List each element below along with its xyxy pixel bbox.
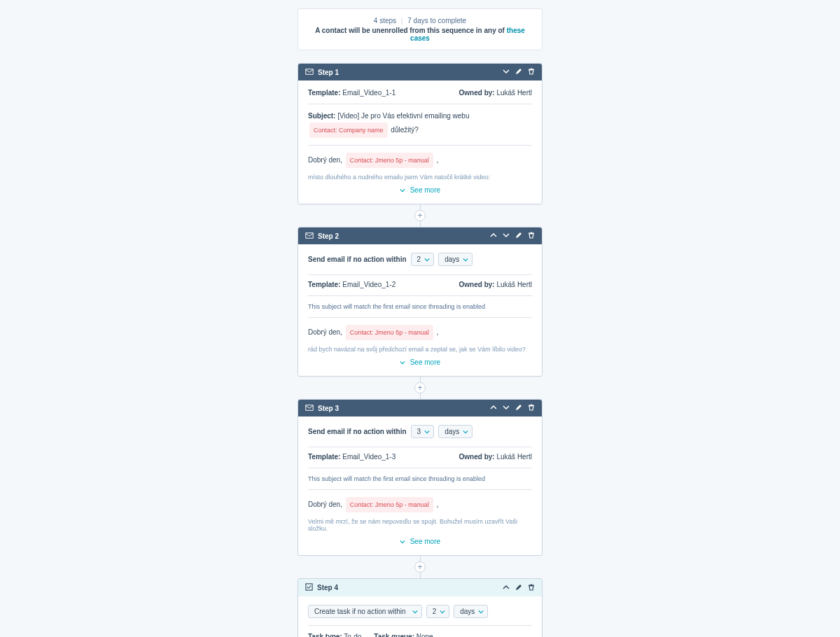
- move-up-icon[interactable]: [490, 232, 497, 240]
- delay-value: 3: [417, 428, 421, 435]
- token-jmeno: Contact: Jmeno 5p - manual: [346, 497, 433, 512]
- unenroll-text: A contact will be unenrolled from this s…: [315, 27, 507, 34]
- greeting-line: Dobrý den, Contact: Jmeno 5p - manual ,: [308, 153, 532, 168]
- subject-pre: [Video] Je pro Vás efektivní emailing we…: [337, 112, 469, 120]
- owner-label: Owned by:: [459, 453, 495, 461]
- edit-icon[interactable]: [515, 232, 522, 240]
- greeting-post: ,: [437, 156, 439, 164]
- body-preview: místo dlouhého a nudného emailu jsem Vám…: [308, 174, 532, 181]
- subject-post: důležitý?: [391, 126, 418, 134]
- template-field: Template: Email_Video_1-2: [308, 281, 396, 288]
- delay-label: Send email if no action within: [308, 428, 407, 435]
- move-down-icon[interactable]: [503, 232, 510, 240]
- email-icon: [305, 69, 314, 76]
- template-label: Template:: [308, 281, 341, 288]
- token-jmeno: Contact: Jmeno 5p - manual: [346, 153, 433, 168]
- token-jmeno: Contact: Jmeno 5p - manual: [346, 325, 433, 340]
- template-label: Template:: [308, 89, 341, 97]
- delete-icon[interactable]: [528, 68, 535, 76]
- collapse-icon[interactable]: [503, 68, 510, 76]
- connector: +: [298, 377, 542, 399]
- sequence-summary: 4 steps | 7 days to complete A contact w…: [298, 8, 542, 50]
- step-title: Step 2: [318, 232, 490, 240]
- delete-icon[interactable]: [528, 584, 535, 592]
- greeting-post: ,: [437, 500, 439, 508]
- delay-label: Send email if no action within: [308, 255, 407, 263]
- step-card-3: Step 3 Send email if no action within 3 …: [298, 399, 542, 556]
- delay-unit-select[interactable]: days: [454, 605, 488, 618]
- connector: +: [298, 204, 542, 227]
- step-title: Step 3: [318, 405, 490, 412]
- greeting-line: Dobrý den, Contact: Jmeno 5p - manual ,: [308, 497, 532, 512]
- body-preview: rád bych navázal na svůj předchozí email…: [308, 346, 532, 353]
- delay-value-select[interactable]: 3: [411, 425, 435, 438]
- task-type-value: To-do: [344, 633, 361, 637]
- delay-value: 2: [417, 255, 421, 263]
- task-queue-value: None: [416, 633, 433, 637]
- delete-icon[interactable]: [528, 232, 535, 240]
- threading-hint: This subject will match the first email …: [308, 296, 532, 318]
- connector: +: [298, 556, 542, 578]
- email-icon: [305, 405, 314, 412]
- delay-unit: days: [444, 255, 459, 263]
- see-more-button[interactable]: See more: [308, 181, 532, 195]
- see-more-label: See more: [410, 186, 440, 194]
- threading-hint: This subject will match the first email …: [308, 468, 532, 490]
- owner-label: Owned by:: [459, 89, 495, 97]
- step-header[interactable]: Step 3: [298, 400, 542, 416]
- body-preview: Velmi mě mrzí, že se nám nepovedlo se sp…: [308, 518, 532, 532]
- see-more-button[interactable]: See more: [308, 532, 532, 547]
- subject-field: Subject: [Video] Je pro Vás efektivní em…: [308, 110, 532, 138]
- step-header[interactable]: Step 1: [298, 64, 542, 80]
- divider: |: [401, 17, 403, 24]
- chevron-down-icon: [424, 429, 430, 435]
- subject-label: Subject:: [308, 112, 335, 120]
- edit-icon[interactable]: [515, 404, 522, 412]
- chevron-down-icon: [424, 257, 430, 262]
- owner-label: Owned by:: [459, 281, 495, 288]
- owner-value: Lukáš Hertl: [496, 89, 532, 97]
- step-header[interactable]: Step 2: [298, 227, 542, 244]
- delay-value-select[interactable]: 2: [411, 253, 435, 266]
- chevron-down-icon: [412, 609, 418, 615]
- see-more-button[interactable]: See more: [308, 353, 532, 368]
- edit-icon[interactable]: [515, 584, 522, 592]
- chevron-down-icon: [478, 609, 484, 615]
- task-type-field: Task type: To-do: [308, 633, 361, 637]
- chevron-down-icon: [463, 257, 468, 262]
- days-to-complete: 7 days to complete: [407, 17, 466, 24]
- move-up-icon[interactable]: [503, 584, 510, 592]
- add-step-button[interactable]: +: [414, 382, 426, 393]
- step-header[interactable]: Step 4: [298, 579, 542, 596]
- owner-field: Owned by: Lukáš Hertl: [459, 281, 532, 288]
- see-more-label: See more: [410, 358, 440, 366]
- greeting: Dobrý den,: [308, 328, 344, 336]
- template-value: Email_Video_1-3: [342, 453, 396, 461]
- delay-value-select[interactable]: 2: [426, 605, 450, 618]
- greeting: Dobrý den,: [308, 500, 344, 508]
- svg-rect-0: [306, 584, 312, 590]
- step-card-2: Step 2 Send email if no action within 2 …: [298, 227, 542, 377]
- delay-unit-select[interactable]: days: [438, 425, 472, 438]
- step-title: Step 4: [317, 584, 503, 592]
- owner-value: Lukáš Hertl: [496, 453, 532, 461]
- greeting-post: ,: [437, 328, 439, 336]
- task-queue-label: Task queue:: [374, 633, 414, 637]
- task-trigger-select[interactable]: Create task if no action within: [308, 605, 422, 618]
- delay-value: 2: [433, 608, 437, 615]
- move-down-icon[interactable]: [503, 404, 510, 412]
- template-field: Template: Email_Video_1-3: [308, 453, 396, 461]
- owner-field: Owned by: Lukáš Hertl: [459, 89, 532, 97]
- add-step-button[interactable]: +: [414, 210, 426, 221]
- add-step-button[interactable]: +: [414, 561, 426, 573]
- email-icon: [305, 232, 314, 240]
- greeting: Dobrý den,: [308, 156, 344, 164]
- delay-unit-select[interactable]: days: [438, 253, 472, 266]
- task-queue-field: Task queue: None: [374, 633, 433, 637]
- owner-field: Owned by: Lukáš Hertl: [459, 453, 532, 461]
- step-card-1: Step 1 Template: Email_Video_1-1 Owned b…: [298, 63, 542, 204]
- move-up-icon[interactable]: [490, 404, 497, 412]
- delete-icon[interactable]: [528, 404, 535, 412]
- edit-icon[interactable]: [515, 68, 522, 76]
- chevron-down-icon: [440, 609, 445, 615]
